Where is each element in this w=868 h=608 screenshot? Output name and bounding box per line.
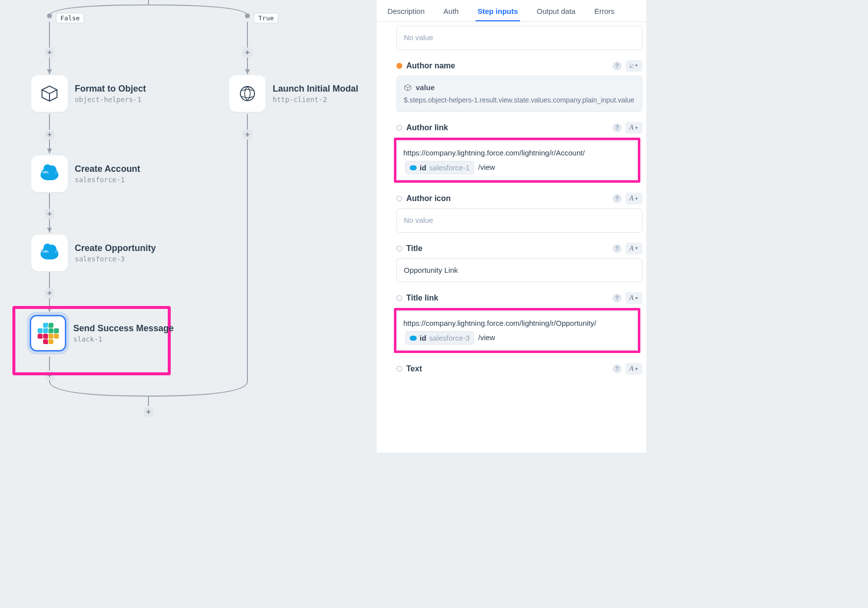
field-text: Text ? A ▼ [396,363,642,375]
help-icon[interactable]: ? [613,61,622,70]
add-step-icon[interactable]: + [45,130,54,140]
variable-pill[interactable]: id salesforce-1 [405,161,474,174]
tab-step-inputs[interactable]: Step inputs [476,2,520,21]
node-title: Create Account [75,164,140,174]
branch-label-true: True [254,13,278,23]
field-author-link: Author link ? A ▼ https://company.lightn… [396,122,642,183]
node-sub: salesforce-1 [75,176,140,184]
status-dot-icon [396,63,402,69]
add-step-icon[interactable]: + [45,48,54,57]
cube-icon [31,75,68,112]
node-title: Send Success Message [73,323,174,334]
type-chip[interactable]: A ▼ [626,292,642,304]
status-dot-icon [396,246,402,252]
url-text: /view [478,163,495,171]
svg-point-15 [241,87,255,101]
tab-auth[interactable]: Auth [441,2,461,21]
url-text: https://company.lightning.force.com/ligh… [403,319,596,327]
add-step-icon[interactable]: + [45,288,54,298]
add-step-icon[interactable]: + [144,407,153,417]
type-chip[interactable]: A ▼ [626,193,642,204]
svg-marker-5 [47,149,52,153]
inspector-tabs: Description Auth Step inputs Output data… [377,0,646,22]
tab-description[interactable]: Description [386,2,427,21]
workflow-canvas[interactable]: False True + + + + + + + + Format to Obj… [0,0,376,453]
field-label: Author link [406,123,609,132]
title-input[interactable]: Opportunity Link [396,258,642,283]
status-dot-icon [396,196,402,202]
json-path: $.steps.object-helpers-1.result.view.sta… [404,95,635,105]
field-author-icon: Author icon ? A ▼ No value [396,193,642,233]
node-sub: object-helpers-1 [75,96,146,103]
field-label: Title [406,244,609,253]
node-title: Launch Initial Modal [273,84,358,94]
help-icon[interactable]: ? [613,244,622,253]
url-text: /view [478,333,495,342]
title-link-input[interactable]: https://company.lightning.force.com/ligh… [397,311,637,350]
type-chip[interactable]: A ▼ [626,122,642,134]
svg-marker-12 [245,69,250,74]
node-title: Create Opportunity [75,243,156,253]
node-create-opportunity[interactable]: salesforce Create Opportunity salesforce… [31,235,156,271]
branch-label-false: False [56,13,84,23]
status-dot-icon [396,366,402,372]
add-step-icon[interactable]: + [242,48,252,57]
field-label: Author icon [406,194,609,203]
value-binding-box[interactable]: value $.steps.object-helpers-1.result.vi… [396,76,642,112]
node-create-account[interactable]: salesforce Create Account salesforce-1 [31,155,140,192]
field-label: Text [406,364,609,373]
help-icon[interactable]: ? [613,294,622,303]
svg-marker-3 [47,69,52,74]
add-step-icon[interactable]: + [45,370,54,380]
svg-point-0 [47,13,52,18]
salesforce-icon: salesforce [31,235,68,271]
salesforce-icon [410,336,417,341]
help-icon[interactable]: ? [613,194,622,203]
type-chip[interactable]: A ▼ [626,363,642,375]
add-step-icon[interactable]: + [242,130,252,140]
help-icon[interactable]: ? [613,364,622,373]
salesforce-icon [410,165,417,170]
salesforce-icon: salesforce [31,155,68,192]
tab-output-data[interactable]: Output data [535,2,578,21]
help-icon[interactable]: ? [613,123,622,132]
tab-errors[interactable]: Errors [592,2,617,21]
field-input-novalue[interactable]: No value [396,26,642,50]
cube-icon: value [404,82,635,94]
node-title: Format to Object [75,84,146,94]
node-launch-modal[interactable]: Launch Initial Modal http-client-2 [229,75,358,112]
node-sub: http-client-2 [273,96,358,103]
author-link-input[interactable]: https://company.lightning.force.com/ligh… [397,141,637,180]
add-step-icon[interactable]: + [45,209,54,219]
field-label: Title link [406,294,609,303]
svg-marker-9 [47,307,52,312]
field-title: Title ? A ▼ Opportunity Link [396,243,642,283]
status-dot-icon [396,295,402,301]
url-text: https://company.lightning.force.com/ligh… [403,149,585,157]
slack-icon [30,315,66,352]
type-chip[interactable]: A ▼ [626,243,642,254]
node-send-success-message[interactable]: Send Success Message slack-1 [30,315,174,352]
field-title-link: Title link ? A ▼ https://company.lightni… [396,292,642,353]
globe-icon [229,75,266,112]
field-author-name: Author name ? ⟀ ▼ value $.steps.object-h… [396,60,642,112]
inspector-panel: Description Auth Step inputs Output data… [376,0,646,453]
status-dot-icon [396,125,402,131]
svg-point-1 [245,13,250,18]
author-icon-input[interactable]: No value [396,208,642,233]
node-sub: slack-1 [73,335,174,343]
type-chip[interactable]: ⟀ ▼ [626,60,642,72]
field-label: Author name [406,61,609,70]
node-sub: salesforce-3 [75,255,156,263]
variable-pill[interactable]: id salesforce-3 [405,331,474,345]
svg-marker-7 [47,228,52,233]
node-format-to-object[interactable]: Format to Object object-helpers-1 [31,75,146,112]
